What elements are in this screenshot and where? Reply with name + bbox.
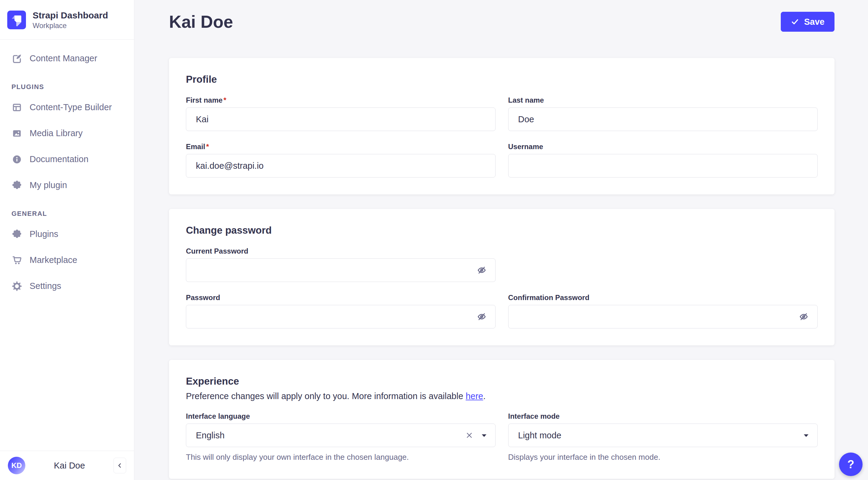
collapse-sidebar-button[interactable] bbox=[114, 458, 126, 473]
profile-card-title: Profile bbox=[186, 74, 817, 85]
sidebar-item-label: Media Library bbox=[30, 128, 83, 138]
username-field-group: Username bbox=[508, 143, 818, 178]
first-name-label: First name* bbox=[186, 96, 496, 104]
current-password-input[interactable] bbox=[186, 259, 496, 282]
sidebar-item-label: Content-Type Builder bbox=[30, 102, 112, 112]
interface-language-field-group: Interface language English bbox=[186, 412, 496, 462]
last-name-input[interactable] bbox=[508, 108, 818, 131]
confirmation-password-field-group: Confirmation Password bbox=[508, 294, 818, 328]
last-name-field-group: Last name bbox=[508, 96, 818, 131]
sidebar-nav: Content Manager PLUGINS Content-Type Bui… bbox=[0, 39, 134, 451]
chevron-down-icon bbox=[803, 434, 809, 437]
interface-language-value: English bbox=[196, 430, 224, 441]
experience-description: Preference changes will apply only to yo… bbox=[186, 391, 817, 401]
eye-off-icon bbox=[476, 311, 487, 322]
experience-card: Experience Preference changes will apply… bbox=[169, 360, 835, 479]
sidebar-item-content-manager[interactable]: Content Manager bbox=[4, 46, 130, 71]
check-icon bbox=[791, 18, 799, 26]
save-button-label: Save bbox=[804, 17, 825, 27]
required-mark: * bbox=[206, 143, 209, 151]
main-content: Kai Doe Save Profile First name* Last na… bbox=[134, 0, 868, 480]
password-label: Password bbox=[186, 294, 496, 302]
sidebar-item-plugins[interactable]: Plugins bbox=[4, 221, 130, 247]
change-password-title: Change password bbox=[186, 224, 817, 236]
current-password-label: Current Password bbox=[186, 247, 496, 256]
chevron-left-icon bbox=[117, 462, 123, 469]
workspace-header[interactable]: Strapi Dashboard Workplace bbox=[0, 0, 134, 39]
sidebar-section-general: GENERAL bbox=[11, 210, 130, 218]
sidebar-item-documentation[interactable]: Documentation bbox=[4, 146, 130, 172]
eye-off-icon bbox=[476, 265, 487, 275]
app-title: Strapi Dashboard bbox=[33, 10, 108, 21]
info-icon bbox=[11, 154, 22, 165]
help-button[interactable]: ? bbox=[839, 453, 863, 476]
interface-mode-field-group: Interface mode Light mode Displays your … bbox=[508, 412, 818, 462]
email-input[interactable] bbox=[186, 154, 496, 178]
strapi-logo-icon bbox=[7, 10, 26, 29]
toggle-password-visibility-button[interactable] bbox=[476, 264, 488, 276]
user-name: Kai Doe bbox=[31, 461, 107, 471]
email-field-group: Email* bbox=[186, 143, 496, 178]
toggle-password-visibility-button[interactable] bbox=[476, 311, 488, 323]
required-mark: * bbox=[223, 96, 226, 104]
toggle-password-visibility-button[interactable] bbox=[798, 311, 810, 323]
eye-off-icon bbox=[799, 311, 809, 322]
interface-language-select[interactable]: English bbox=[186, 424, 496, 447]
password-field-group: Password bbox=[186, 294, 496, 328]
interface-mode-value: Light mode bbox=[518, 430, 562, 441]
sidebar-item-media-library[interactable]: Media Library bbox=[4, 120, 130, 146]
puzzle-icon bbox=[11, 229, 22, 240]
sidebar-item-my-plugin[interactable]: My plugin bbox=[4, 172, 130, 198]
first-name-input[interactable] bbox=[186, 108, 496, 131]
sidebar-item-marketplace[interactable]: Marketplace bbox=[4, 247, 130, 273]
puzzle-icon bbox=[11, 180, 22, 191]
workspace-name: Workplace bbox=[33, 21, 108, 30]
sidebar-item-content-type-builder[interactable]: Content-Type Builder bbox=[4, 94, 130, 120]
interface-mode-select[interactable]: Light mode bbox=[508, 424, 818, 447]
interface-mode-label: Interface mode bbox=[508, 412, 818, 421]
interface-mode-hint: Displays your interface in the chosen mo… bbox=[508, 453, 818, 462]
profile-card: Profile First name* Last name Email* bbox=[169, 58, 835, 194]
username-input[interactable] bbox=[508, 154, 818, 178]
sidebar-item-label: Settings bbox=[30, 281, 61, 291]
page-header: Kai Doe Save bbox=[169, 11, 835, 32]
cart-icon bbox=[11, 255, 22, 266]
username-label: Username bbox=[508, 143, 818, 151]
page-title: Kai Doe bbox=[169, 11, 233, 32]
experience-title: Experience bbox=[186, 376, 817, 387]
chevron-down-icon bbox=[482, 434, 487, 437]
image-icon bbox=[11, 128, 22, 139]
sidebar-item-label: Marketplace bbox=[30, 255, 77, 265]
password-input[interactable] bbox=[186, 305, 496, 328]
avatar[interactable]: KD bbox=[8, 457, 25, 474]
sidebar-item-label: Content Manager bbox=[30, 54, 97, 63]
save-button[interactable]: Save bbox=[781, 12, 835, 32]
sidebar-item-settings[interactable]: Settings bbox=[4, 273, 130, 299]
question-mark-icon: ? bbox=[847, 458, 854, 471]
sidebar-item-label: Documentation bbox=[30, 154, 88, 164]
edit-icon bbox=[11, 53, 22, 64]
clear-icon[interactable] bbox=[465, 431, 473, 440]
more-information-link[interactable]: here bbox=[466, 391, 483, 401]
interface-language-hint: This will only display your own interfac… bbox=[186, 453, 496, 462]
email-label: Email* bbox=[186, 143, 496, 151]
confirmation-password-label: Confirmation Password bbox=[508, 294, 818, 302]
confirmation-password-input[interactable] bbox=[508, 305, 818, 328]
interface-language-label: Interface language bbox=[186, 412, 496, 421]
last-name-label: Last name bbox=[508, 96, 818, 104]
sidebar: Strapi Dashboard Workplace Content Manag… bbox=[0, 0, 134, 480]
sidebar-footer: KD Kai Doe bbox=[0, 451, 134, 480]
sidebar-item-label: Plugins bbox=[30, 229, 58, 239]
first-name-field-group: First name* bbox=[186, 96, 496, 131]
change-password-card: Change password Current Password bbox=[169, 209, 835, 346]
sidebar-item-label: My plugin bbox=[30, 180, 67, 190]
sidebar-section-plugins: PLUGINS bbox=[11, 83, 130, 91]
gear-icon bbox=[11, 281, 22, 292]
layout-icon bbox=[11, 102, 22, 113]
current-password-field-group: Current Password bbox=[186, 247, 496, 282]
